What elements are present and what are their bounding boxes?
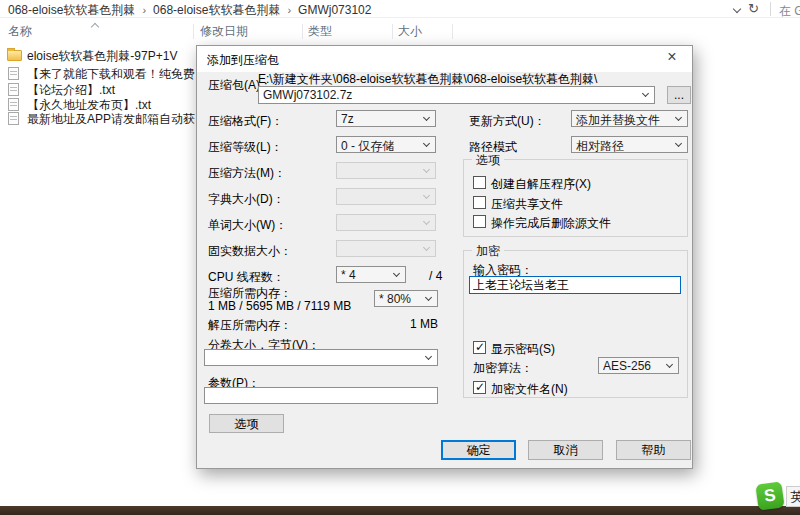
chevron-down-icon: [423, 192, 430, 199]
encryption-group-title: 加密: [472, 243, 504, 260]
sort-ascending-icon: [91, 23, 99, 31]
breadcrumb-separator: ›: [287, 4, 291, 16]
update-mode-combobox[interactable]: 添加并替换文件: [571, 110, 688, 127]
archive-name-value: GMWj073102.7z: [263, 88, 638, 102]
ok-button[interactable]: 确定: [441, 440, 516, 460]
file-name: 最新地址及APP请发邮箱自动获取！！！...: [27, 111, 195, 128]
show-password-checkbox[interactable]: [473, 341, 486, 354]
dialog-titlebar[interactable]: 添加到压缩包 ×: [197, 46, 692, 72]
update-mode-label: 更新方式(U)：: [469, 113, 546, 130]
file-row[interactable]: 【论坛介绍】.txt: [0, 82, 195, 98]
format-combobox[interactable]: 7z: [336, 110, 436, 127]
update-mode-value: 添加并替换文件: [576, 112, 671, 129]
method-label: 压缩方法(M)：: [208, 165, 286, 182]
chevron-down-icon: [425, 353, 432, 360]
ime-language-mode[interactable]: 英: [786, 486, 800, 507]
breadcrumb: 068-eloise软软暮色荆棘›068-eloise软软暮色荆棘›GMWj07…: [8, 2, 371, 19]
solid-size-label: 固实数据大小：: [208, 243, 292, 260]
address-bar[interactable]: 068-eloise软软暮色荆棘›068-eloise软软暮色荆棘›GMWj07…: [0, 0, 800, 18]
level-label: 压缩等级(L)：: [208, 139, 283, 156]
encryption-algorithm-value: AES-256: [603, 359, 662, 373]
shared-files-checkbox[interactable]: [473, 196, 486, 209]
chevron-down-icon: [675, 114, 682, 121]
search-input[interactable]: 在 GM: [779, 3, 800, 20]
parameters-input[interactable]: [204, 387, 438, 404]
column-divider[interactable]: [193, 24, 194, 39]
browse-button[interactable]: ...: [667, 86, 691, 104]
add-to-archive-dialog: 添加到压缩包 × 压缩包(A)： E:\新建文件夹\068-eloise软软暮色…: [196, 45, 693, 469]
password-input[interactable]: [469, 276, 681, 294]
column-header-type[interactable]: 类型: [308, 23, 332, 40]
breadcrumb-item[interactable]: GMWj073102: [298, 3, 371, 17]
chevron-down-icon: [423, 140, 430, 147]
sfx-label[interactable]: 创建自解压程序(X): [491, 176, 591, 193]
format-label: 压缩格式(F)：: [208, 113, 283, 130]
encrypt-filenames-label[interactable]: 加密文件名(N): [491, 381, 568, 398]
cpu-threads-combobox[interactable]: * 4: [336, 266, 406, 283]
chevron-down-icon[interactable]: [733, 5, 741, 13]
format-value: 7z: [341, 112, 419, 126]
delete-after-checkbox[interactable]: [473, 215, 486, 228]
column-divider[interactable]: [452, 24, 453, 39]
column-divider[interactable]: [392, 24, 393, 39]
text-file-icon: [8, 98, 19, 111]
file-row[interactable]: 【来了就能下载和观看！纯免费！】.txt: [0, 66, 195, 82]
show-password-label[interactable]: 显示密码(S): [491, 341, 555, 358]
dictionary-combobox: [336, 188, 436, 205]
text-file-icon: [8, 67, 19, 80]
options-button[interactable]: 选项: [209, 414, 284, 433]
cancel-button[interactable]: 取消: [528, 440, 603, 460]
delete-after-label[interactable]: 操作完成后删除源文件: [491, 215, 611, 232]
chevron-down-icon: [425, 294, 432, 301]
cpu-threads-max: / 4: [429, 269, 442, 283]
text-file-icon: [8, 112, 19, 125]
column-divider[interactable]: [302, 24, 303, 39]
word-size-combobox: [336, 214, 436, 231]
refresh-icon[interactable]: ↻: [748, 1, 759, 16]
close-icon[interactable]: ×: [662, 48, 682, 66]
chevron-down-icon: [423, 166, 430, 173]
breadcrumb-separator: ›: [142, 4, 146, 16]
help-button[interactable]: 帮助: [616, 440, 691, 460]
toolbar-divider: [770, 2, 771, 16]
file-name: 【来了就能下载和观看！纯免费！】.txt: [27, 66, 195, 83]
file-row[interactable]: 最新地址及APP请发邮箱自动获取！！！...: [0, 111, 195, 127]
word-size-label: 单词大小(W)：: [208, 217, 287, 234]
memory-decompress-label: 解压所需内存：: [208, 317, 292, 334]
sfx-checkbox[interactable]: [473, 176, 486, 189]
chevron-down-icon: [675, 140, 682, 147]
cpu-threads-label: CPU 线程数：: [208, 269, 285, 286]
memory-decompress-value: 1 MB: [377, 317, 438, 331]
sogou-ime-icon[interactable]: S: [755, 481, 784, 510]
text-file-icon: [8, 83, 19, 96]
level-value: 0 - 仅存储: [341, 138, 419, 155]
dictionary-label: 字典大小(D)：: [208, 191, 285, 208]
encrypt-filenames-checkbox[interactable]: [473, 381, 486, 394]
file-row[interactable]: eloise软软暮色荆棘-97P+1V: [0, 48, 195, 64]
shared-files-label[interactable]: 压缩共享文件: [491, 196, 563, 213]
options-group-title: 选项: [472, 152, 504, 169]
memory-percent-value: * 80%: [379, 292, 421, 306]
screen: 068-eloise软软暮色荆棘›068-eloise软软暮色荆棘›GMWj07…: [0, 0, 800, 515]
file-name: eloise软软暮色荆棘-97P+1V: [27, 48, 195, 65]
taskbar-edge: [0, 506, 800, 515]
volume-size-combobox[interactable]: [204, 349, 438, 366]
level-combobox[interactable]: 0 - 仅存储: [336, 136, 436, 153]
column-header-date[interactable]: 修改日期: [200, 23, 248, 40]
path-mode-combobox[interactable]: 相对路径: [571, 136, 688, 153]
chevron-down-icon: [423, 114, 430, 121]
archive-name-combobox[interactable]: GMWj073102.7z: [258, 86, 655, 104]
chevron-down-icon: [423, 244, 430, 251]
breadcrumb-item[interactable]: 068-eloise软软暮色荆棘: [8, 3, 135, 17]
chevron-down-icon: [642, 90, 649, 97]
chevron-down-icon: [666, 361, 673, 368]
cpu-threads-value: * 4: [341, 268, 389, 282]
column-header-size[interactable]: 大小: [398, 23, 422, 40]
column-header-name[interactable]: 名称: [8, 23, 32, 40]
encryption-algorithm-combobox[interactable]: AES-256: [598, 357, 679, 374]
path-mode-value: 相对路径: [576, 138, 671, 155]
breadcrumb-item[interactable]: 068-eloise软软暮色荆棘: [153, 3, 280, 17]
memory-percent-combobox[interactable]: * 80%: [374, 290, 438, 307]
encryption-algorithm-label: 加密算法：: [473, 360, 533, 377]
chevron-down-icon: [393, 270, 400, 277]
